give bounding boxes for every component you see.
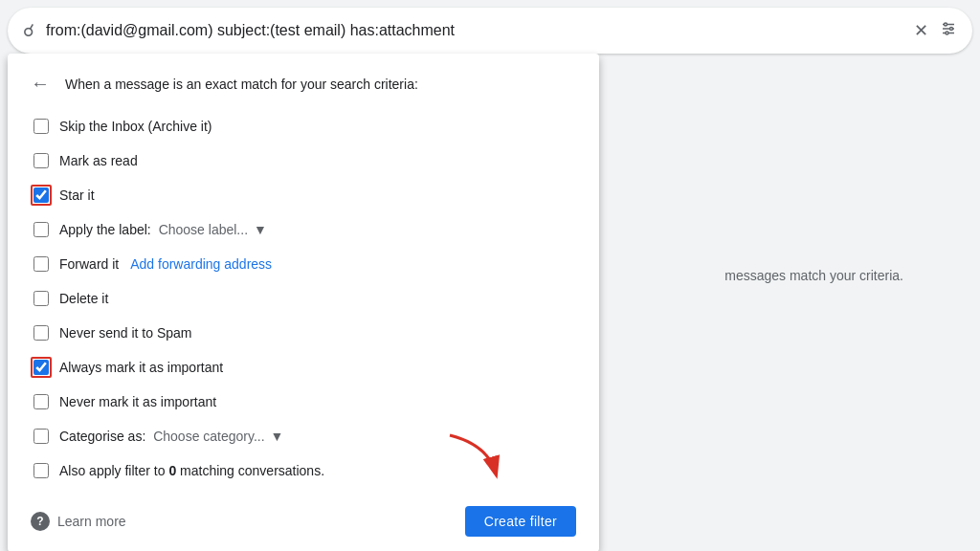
forward-it-label[interactable]: Forward it (59, 256, 119, 272)
search-icon: ☌ (23, 20, 34, 41)
apply-label-label[interactable]: Apply the label: Choose label... ▼ (59, 222, 267, 237)
category-select-text: Choose category... (153, 429, 264, 444)
delete-it-checkbox[interactable] (33, 291, 49, 306)
label-select-text: Choose label... (159, 222, 248, 237)
back-button[interactable]: ← (31, 73, 50, 95)
dialog-footer: ? Learn more Create filter (31, 498, 576, 537)
never-important-checkbox-wrap (31, 391, 52, 412)
forward-it-checkbox[interactable] (33, 256, 49, 272)
mark-read-label[interactable]: Mark as read (59, 153, 138, 168)
option-mark-read: Mark as read (31, 144, 576, 177)
also-apply-checkbox-wrap (31, 460, 52, 481)
also-apply-checkbox[interactable] (33, 463, 49, 478)
label-dropdown-arrow[interactable]: ▼ (254, 222, 267, 237)
always-important-label[interactable]: Always mark it as important (59, 360, 223, 375)
never-important-checkbox[interactable] (33, 394, 49, 409)
background-text: messages match your criteria. (724, 268, 903, 283)
option-apply-label: Apply the label: Choose label... ▼ (31, 213, 576, 246)
option-forward-it: Forward it Add forwarding address (31, 248, 576, 280)
filter-icon[interactable] (940, 20, 957, 42)
search-bar: ☌ from:(david@gmail.com) subject:(test e… (8, 8, 972, 54)
filter-options: Skip the Inbox (Archive it) Mark as read… (31, 110, 576, 487)
star-it-checkbox[interactable] (33, 187, 49, 203)
star-it-label[interactable]: Star it (59, 187, 95, 203)
never-spam-checkbox[interactable] (33, 325, 49, 341)
delete-it-label[interactable]: Delete it (59, 291, 108, 306)
always-important-checkbox[interactable] (33, 360, 49, 375)
add-forwarding-link[interactable]: Add forwarding address (130, 256, 272, 272)
learn-more-label: Learn more (57, 514, 126, 529)
mark-read-checkbox[interactable] (33, 153, 49, 168)
option-delete-it: Delete it (31, 282, 576, 315)
svg-point-4 (950, 27, 953, 30)
option-never-spam: Never send it to Spam (31, 317, 576, 349)
help-icon: ? (31, 512, 50, 531)
always-important-checkbox-wrap (31, 357, 52, 378)
skip-inbox-checkbox[interactable] (33, 119, 49, 134)
also-apply-label[interactable]: Also apply filter to 0 matching conversa… (59, 463, 324, 478)
categorise-label[interactable]: Categorise as: Choose category... ▼ (59, 429, 283, 444)
never-important-label[interactable]: Never mark it as important (59, 394, 216, 409)
categorise-checkbox-wrap (31, 426, 52, 447)
skip-inbox-checkbox-wrap (31, 116, 52, 137)
dialog-header: ← When a message is an exact match for y… (31, 73, 576, 95)
apply-label-checkbox[interactable] (33, 222, 49, 237)
mark-read-checkbox-wrap (31, 150, 52, 171)
close-icon[interactable]: ✕ (914, 20, 928, 41)
create-filter-button[interactable]: Create filter (465, 506, 576, 537)
never-spam-label[interactable]: Never send it to Spam (59, 325, 192, 341)
svg-point-5 (946, 32, 948, 34)
option-never-important: Never mark it as important (31, 386, 576, 418)
never-spam-checkbox-wrap (31, 322, 52, 343)
star-it-checkbox-wrap (31, 185, 52, 206)
option-always-important: Always mark it as important (31, 351, 576, 384)
option-star-it: Star it (31, 179, 576, 211)
delete-it-checkbox-wrap (31, 288, 52, 309)
search-query: from:(david@gmail.com) subject:(test ema… (46, 22, 902, 39)
option-categorise: Categorise as: Choose category... ▼ (31, 420, 576, 452)
dialog-title: When a message is an exact match for you… (65, 77, 418, 92)
categorise-checkbox[interactable] (33, 429, 49, 444)
category-dropdown-arrow[interactable]: ▼ (271, 429, 284, 444)
skip-inbox-label[interactable]: Skip the Inbox (Archive it) (59, 119, 212, 134)
learn-more-section[interactable]: ? Learn more (31, 512, 126, 531)
filter-dialog: ← When a message is an exact match for y… (8, 54, 599, 551)
option-skip-inbox: Skip the Inbox (Archive it) (31, 110, 576, 143)
svg-point-3 (945, 23, 947, 26)
apply-label-checkbox-wrap (31, 219, 52, 240)
forward-it-checkbox-wrap (31, 253, 52, 275)
option-also-apply: Also apply filter to 0 matching conversa… (31, 454, 576, 487)
